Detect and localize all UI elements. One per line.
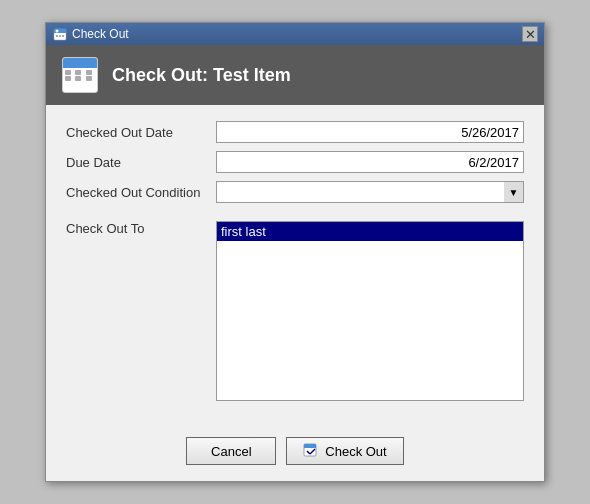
due-date-input[interactable] xyxy=(216,151,524,173)
svg-rect-3 xyxy=(56,35,58,37)
calendar-icon xyxy=(62,57,98,93)
title-bar-left: Check Out xyxy=(52,26,129,42)
header-bar: Check Out: Test Item xyxy=(46,45,544,105)
close-icon: ✕ xyxy=(525,27,536,42)
checked-out-condition-row: Checked Out Condition Good Fair Poor ▼ xyxy=(66,181,524,203)
svg-rect-5 xyxy=(62,35,64,37)
selected-person[interactable]: first last xyxy=(217,222,523,241)
svg-rect-7 xyxy=(304,444,316,448)
check-out-button[interactable]: Check Out xyxy=(286,437,403,465)
check-out-to-list[interactable]: first last xyxy=(216,221,524,401)
checked-out-date-input[interactable] xyxy=(216,121,524,143)
cancel-button[interactable]: Cancel xyxy=(186,437,276,465)
button-row: Cancel Check Out xyxy=(46,429,544,481)
condition-select[interactable]: Good Fair Poor xyxy=(216,181,524,203)
due-date-row: Due Date xyxy=(66,151,524,173)
check-out-label: Check Out xyxy=(325,444,386,459)
close-button[interactable]: ✕ xyxy=(522,26,538,42)
title-bar-text: Check Out xyxy=(72,27,129,41)
svg-point-2 xyxy=(56,30,59,33)
header-icon xyxy=(60,55,100,95)
check-out-to-row: Check Out To first last xyxy=(66,221,524,401)
window-icon xyxy=(52,26,68,42)
condition-select-wrapper: Good Fair Poor ▼ xyxy=(216,181,524,203)
checked-out-date-row: Checked Out Date xyxy=(66,121,524,143)
title-bar: Check Out ✕ xyxy=(46,23,544,45)
form-body: Checked Out Date Due Date Checked Out Co… xyxy=(46,105,544,429)
svg-rect-4 xyxy=(59,35,61,37)
cancel-label: Cancel xyxy=(211,444,251,459)
check-out-to-label: Check Out To xyxy=(66,221,216,236)
checked-out-date-label: Checked Out Date xyxy=(66,125,216,140)
header-title: Check Out: Test Item xyxy=(112,65,291,86)
checked-out-condition-label: Checked Out Condition xyxy=(66,185,216,200)
check-out-window: Check Out ✕ Check Out: Test Item xyxy=(45,22,545,482)
check-out-icon xyxy=(303,442,319,461)
due-date-label: Due Date xyxy=(66,155,216,170)
